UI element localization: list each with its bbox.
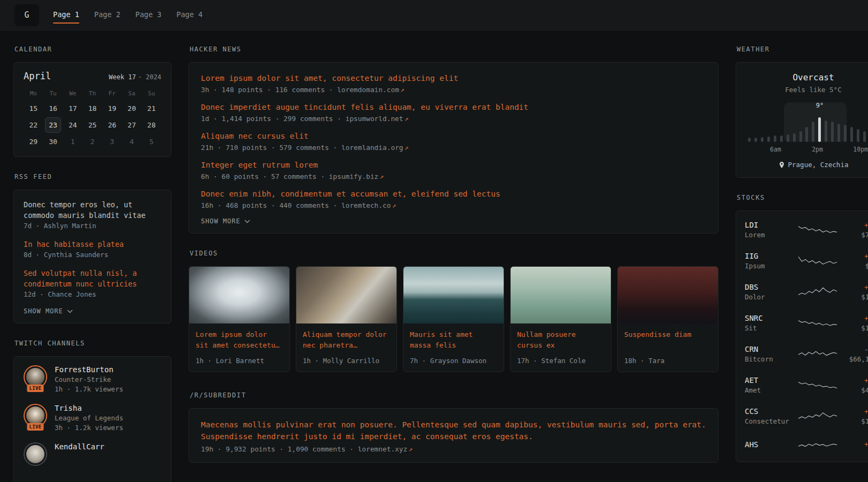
video-thumbnail[interactable]	[189, 267, 289, 323]
post-meta: 19h · 9,932 points · 1,090 comments · lo…	[201, 445, 706, 453]
video-title[interactable]: Lorem ipsum dolor sit amet consectetu…	[196, 329, 283, 351]
dashboard: CALENDAR April Week 17· 2024 Mo Tu We Th…	[0, 31, 868, 482]
weather-bar	[857, 129, 859, 142]
hn-item[interactable]: Integer eget rutrum lorem 6h · 60 points…	[201, 160, 706, 180]
stock-change: +0.51%	[841, 408, 868, 416]
video-card[interactable]: Aliquam tempor dolor nec pharetra… 1h · …	[296, 266, 397, 372]
stock-sparkline	[798, 285, 837, 299]
stock-row[interactable]: CCS Consectetur +0.51% $165.84	[745, 401, 868, 432]
video-title[interactable]: Aliquam tempor dolor nec pharetra…	[303, 329, 390, 351]
video-title[interactable]: Suspendisse diam	[624, 329, 712, 351]
subreddit-post[interactable]: Maecenas mollis pulvinar erat non posuer…	[201, 419, 706, 453]
hn-domain-link[interactable]: ipsumworld.net	[346, 115, 403, 123]
stock-row[interactable]: CRN Bitcorn -1.00% $66,171.48	[745, 338, 868, 370]
rss-item[interactable]: Sed volutpat nulla nisl, a condimentum n…	[24, 268, 161, 298]
external-link-icon: ↗	[400, 86, 405, 94]
video-card[interactable]: Nullam posuere cursus ex 17h · Stefan Co…	[510, 266, 611, 372]
rss-item-title[interactable]: In hac habitasse platea	[24, 239, 161, 250]
video-meta: 17h · Stefan Cole	[517, 357, 604, 365]
video-thumbnail[interactable]	[403, 267, 504, 323]
rss-item-title[interactable]: Donec tempor eros leo, ut commodo mauris…	[24, 199, 161, 221]
tab-page-3[interactable]: Page 3	[136, 7, 162, 24]
hn-item-title[interactable]: Integer eget rutrum lorem	[201, 160, 706, 171]
twitch-channel[interactable]: KendallCarr	[24, 442, 161, 466]
hn-domain-link[interactable]: ipsumify.biz	[329, 172, 378, 180]
video-title[interactable]: Mauris sit amet massa felis	[410, 329, 497, 351]
stock-row[interactable]: LDI Lorem +4.35% $795.18	[745, 214, 868, 245]
chevron-down-icon	[244, 220, 250, 223]
stock-sparkline	[798, 223, 837, 237]
calendar-week-info: Week 17· 2024	[109, 73, 161, 81]
video-title[interactable]: Nullam posuere cursus ex	[517, 329, 604, 351]
calendar-day-next-month: 3	[104, 134, 120, 149]
rss-show-more-button[interactable]: SHOW MORE	[24, 307, 161, 315]
channel-meta: 1h · 1.7k viewers	[55, 385, 123, 393]
rss-item[interactable]: Donec tempor eros leo, ut commodo mauris…	[24, 199, 161, 230]
stock-price: $148.64	[841, 324, 868, 332]
hn-item-title[interactable]: Donec imperdiet augue tincidunt felis al…	[201, 102, 706, 113]
stocks-card: LDI Lorem +4.35% $795.18 IIG Ipsum	[736, 210, 868, 462]
hn-item[interactable]: Aliquam nec cursus elit 21h · 710 points…	[201, 131, 706, 152]
weather-bar	[863, 131, 866, 142]
right-column: WEATHER Overcast Feels like 5°C 9° 6am 2…	[736, 46, 868, 482]
hn-show-more-button[interactable]: SHOW MORE	[201, 217, 706, 225]
tab-page-1[interactable]: Page 1	[53, 7, 79, 24]
hn-item[interactable]: Donec enim nibh, condimentum et accumsan…	[201, 189, 706, 209]
video-card[interactable]: Lorem ipsum dolor sit amet consectetu… 1…	[189, 266, 290, 372]
calendar-widget: CALENDAR April Week 17· 2024 Mo Tu We Th…	[13, 46, 171, 157]
stock-row[interactable]: SNRC Sit +1.36% $148.64	[745, 307, 868, 338]
channel-name[interactable]: Trisha	[55, 404, 123, 412]
stock-symbol: LDI	[745, 221, 794, 229]
calendar-day: 28	[144, 117, 160, 133]
hn-domain-link[interactable]: loremtech.co	[341, 201, 391, 209]
post-domain-link[interactable]: loremnet.xyz	[358, 445, 407, 453]
hn-domain-link[interactable]: loremdomain.com	[337, 86, 399, 94]
channel-game: Counter-Strike	[55, 375, 123, 383]
video-card[interactable]: Suspendisse diam 18h · Tara	[617, 266, 719, 372]
weather-bar	[787, 134, 789, 142]
hn-item-title[interactable]: Aliquam nec cursus elit	[201, 131, 706, 142]
hn-item[interactable]: Lorem ipsum dolor sit amet, consectetur …	[201, 73, 706, 94]
hacker-news-section-title: HACKER NEWS	[190, 46, 719, 53]
stock-row[interactable]: DBS Dolor +1.42% $156.28	[745, 276, 868, 307]
weather-bar	[818, 117, 821, 142]
video-thumbnail[interactable]	[296, 267, 396, 323]
hn-domain-link[interactable]: loremlandia.org	[341, 144, 403, 152]
stock-row[interactable]: AHS +0.46%	[745, 432, 868, 458]
app-logo[interactable]: G	[14, 4, 39, 26]
channel-name[interactable]: KendallCarr	[55, 442, 104, 451]
post-title[interactable]: Maecenas mollis pulvinar erat non posuer…	[201, 419, 706, 442]
hn-meta-text: 1d · 1,414 points · 299 comments ·	[201, 115, 341, 123]
weather-condition: Overcast	[746, 72, 868, 82]
post-meta-text: 19h · 9,932 points · 1,090 comments ·	[201, 445, 354, 453]
calendar-day: 15	[25, 101, 41, 116]
twitch-section-title: TWITCH CHANNELS	[14, 340, 171, 347]
tab-page-2[interactable]: Page 2	[94, 7, 121, 24]
calendar-day-next-month: 2	[84, 134, 100, 149]
twitch-widget: TWITCH CHANNELS LIVE ForrestBurton Count…	[13, 340, 171, 482]
stock-row[interactable]: IIG Ipsum +2.84% $42.04	[745, 245, 868, 276]
video-thumbnail[interactable]	[511, 267, 611, 323]
twitch-channel[interactable]: LIVE Trisha League of Legends 3h · 1.2k …	[24, 404, 161, 432]
video-meta: 1h · Lori Barnett	[196, 357, 283, 365]
video-thumbnail[interactable]	[618, 267, 718, 323]
time-label: 6am	[770, 146, 781, 153]
hn-item-title[interactable]: Lorem ipsum dolor sit amet, consectetur …	[201, 73, 706, 84]
channel-name[interactable]: ForrestBurton	[55, 365, 123, 374]
weather-bar	[799, 131, 802, 142]
rss-item[interactable]: In hac habitasse platea 8d · Cynthia Sau…	[24, 239, 161, 259]
hn-item-title[interactable]: Donec enim nibh, condimentum et accumsan…	[201, 189, 706, 200]
weather-location[interactable]: Prague, Czechia	[746, 161, 868, 169]
stock-symbol: IIG	[745, 252, 794, 260]
stock-row[interactable]: AET Amet +0.92% $499.72	[745, 370, 868, 401]
channel-game: League of Legends	[55, 414, 123, 422]
tab-page-4[interactable]: Page 4	[176, 7, 203, 24]
twitch-channel[interactable]: LIVE ForrestBurton Counter-Strike 1h · 1…	[24, 365, 161, 393]
video-card[interactable]: Mauris sit amet massa felis 7h · Grayson…	[403, 266, 504, 372]
stock-change: +4.35%	[841, 221, 868, 229]
stock-change: +1.42%	[841, 283, 868, 291]
hn-item[interactable]: Donec imperdiet augue tincidunt felis al…	[201, 102, 706, 123]
hn-meta-text: 6h · 60 points · 57 comments ·	[201, 172, 325, 180]
rss-item-title[interactable]: Sed volutpat nulla nisl, a condimentum n…	[24, 268, 161, 289]
hacker-news-card: Lorem ipsum dolor sit amet, consectetur …	[189, 62, 719, 234]
